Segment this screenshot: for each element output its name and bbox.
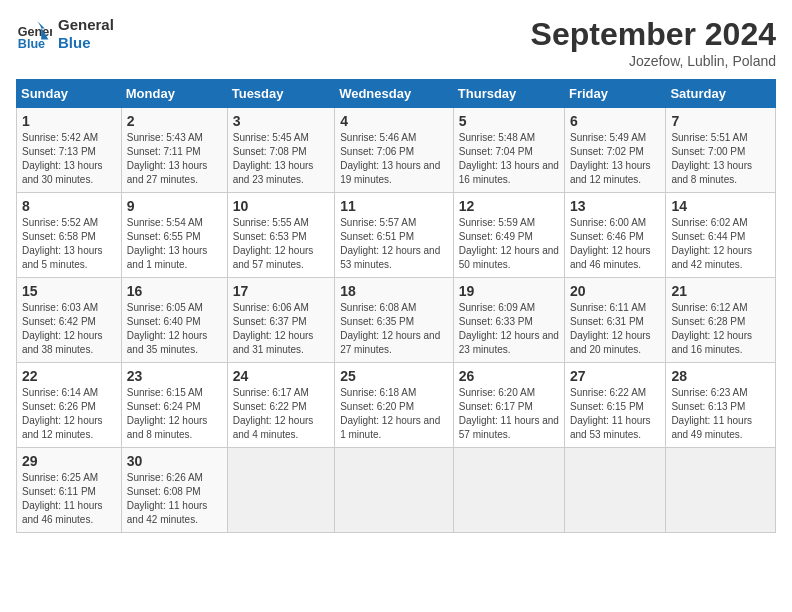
day-info: Sunrise: 5:42 AMSunset: 7:13 PMDaylight:… — [22, 131, 116, 187]
weekday-header-wednesday: Wednesday — [335, 80, 454, 108]
calendar-cell: 7Sunrise: 5:51 AMSunset: 7:00 PMDaylight… — [666, 108, 776, 193]
day-info: Sunrise: 6:14 AMSunset: 6:26 PMDaylight:… — [22, 386, 116, 442]
day-number: 16 — [127, 283, 222, 299]
day-number: 1 — [22, 113, 116, 129]
calendar-cell: 6Sunrise: 5:49 AMSunset: 7:02 PMDaylight… — [564, 108, 665, 193]
calendar-cell: 5Sunrise: 5:48 AMSunset: 7:04 PMDaylight… — [453, 108, 564, 193]
calendar-cell: 4Sunrise: 5:46 AMSunset: 7:06 PMDaylight… — [335, 108, 454, 193]
day-number: 19 — [459, 283, 559, 299]
day-info: Sunrise: 6:25 AMSunset: 6:11 PMDaylight:… — [22, 471, 116, 527]
day-number: 10 — [233, 198, 329, 214]
day-info: Sunrise: 6:06 AMSunset: 6:37 PMDaylight:… — [233, 301, 329, 357]
calendar-cell: 18Sunrise: 6:08 AMSunset: 6:35 PMDayligh… — [335, 278, 454, 363]
calendar-cell: 25Sunrise: 6:18 AMSunset: 6:20 PMDayligh… — [335, 363, 454, 448]
day-info: Sunrise: 5:57 AMSunset: 6:51 PMDaylight:… — [340, 216, 448, 272]
calendar-cell: 27Sunrise: 6:22 AMSunset: 6:15 PMDayligh… — [564, 363, 665, 448]
calendar-cell: 3Sunrise: 5:45 AMSunset: 7:08 PMDaylight… — [227, 108, 334, 193]
day-number: 17 — [233, 283, 329, 299]
day-number: 28 — [671, 368, 770, 384]
calendar-cell — [666, 448, 776, 533]
day-info: Sunrise: 6:23 AMSunset: 6:13 PMDaylight:… — [671, 386, 770, 442]
day-number: 25 — [340, 368, 448, 384]
day-info: Sunrise: 5:51 AMSunset: 7:00 PMDaylight:… — [671, 131, 770, 187]
calendar-cell: 26Sunrise: 6:20 AMSunset: 6:17 PMDayligh… — [453, 363, 564, 448]
weekday-header-monday: Monday — [121, 80, 227, 108]
day-info: Sunrise: 5:54 AMSunset: 6:55 PMDaylight:… — [127, 216, 222, 272]
day-number: 29 — [22, 453, 116, 469]
day-info: Sunrise: 5:43 AMSunset: 7:11 PMDaylight:… — [127, 131, 222, 187]
day-number: 6 — [570, 113, 660, 129]
calendar-cell: 22Sunrise: 6:14 AMSunset: 6:26 PMDayligh… — [17, 363, 122, 448]
calendar-cell: 30Sunrise: 6:26 AMSunset: 6:08 PMDayligh… — [121, 448, 227, 533]
day-info: Sunrise: 5:45 AMSunset: 7:08 PMDaylight:… — [233, 131, 329, 187]
day-number: 20 — [570, 283, 660, 299]
location: Jozefow, Lublin, Poland — [531, 53, 776, 69]
weekday-header-thursday: Thursday — [453, 80, 564, 108]
calendar-cell: 14Sunrise: 6:02 AMSunset: 6:44 PMDayligh… — [666, 193, 776, 278]
calendar-cell: 15Sunrise: 6:03 AMSunset: 6:42 PMDayligh… — [17, 278, 122, 363]
day-info: Sunrise: 5:59 AMSunset: 6:49 PMDaylight:… — [459, 216, 559, 272]
calendar-cell: 10Sunrise: 5:55 AMSunset: 6:53 PMDayligh… — [227, 193, 334, 278]
calendar-cell: 17Sunrise: 6:06 AMSunset: 6:37 PMDayligh… — [227, 278, 334, 363]
logo-blue: Blue — [58, 34, 114, 52]
calendar-cell — [335, 448, 454, 533]
weekday-header-tuesday: Tuesday — [227, 80, 334, 108]
calendar-week-2: 8Sunrise: 5:52 AMSunset: 6:58 PMDaylight… — [17, 193, 776, 278]
day-number: 2 — [127, 113, 222, 129]
day-info: Sunrise: 6:18 AMSunset: 6:20 PMDaylight:… — [340, 386, 448, 442]
calendar-cell: 8Sunrise: 5:52 AMSunset: 6:58 PMDaylight… — [17, 193, 122, 278]
calendar-week-3: 15Sunrise: 6:03 AMSunset: 6:42 PMDayligh… — [17, 278, 776, 363]
calendar-cell: 28Sunrise: 6:23 AMSunset: 6:13 PMDayligh… — [666, 363, 776, 448]
day-number: 22 — [22, 368, 116, 384]
day-info: Sunrise: 6:22 AMSunset: 6:15 PMDaylight:… — [570, 386, 660, 442]
day-info: Sunrise: 6:17 AMSunset: 6:22 PMDaylight:… — [233, 386, 329, 442]
calendar-cell: 2Sunrise: 5:43 AMSunset: 7:11 PMDaylight… — [121, 108, 227, 193]
day-number: 9 — [127, 198, 222, 214]
logo: General Blue General Blue — [16, 16, 114, 52]
day-info: Sunrise: 6:15 AMSunset: 6:24 PMDaylight:… — [127, 386, 222, 442]
day-info: Sunrise: 6:09 AMSunset: 6:33 PMDaylight:… — [459, 301, 559, 357]
calendar-cell: 9Sunrise: 5:54 AMSunset: 6:55 PMDaylight… — [121, 193, 227, 278]
calendar-cell: 24Sunrise: 6:17 AMSunset: 6:22 PMDayligh… — [227, 363, 334, 448]
day-number: 24 — [233, 368, 329, 384]
calendar-cell: 20Sunrise: 6:11 AMSunset: 6:31 PMDayligh… — [564, 278, 665, 363]
day-info: Sunrise: 6:08 AMSunset: 6:35 PMDaylight:… — [340, 301, 448, 357]
day-number: 30 — [127, 453, 222, 469]
weekday-header-saturday: Saturday — [666, 80, 776, 108]
day-number: 27 — [570, 368, 660, 384]
day-info: Sunrise: 5:48 AMSunset: 7:04 PMDaylight:… — [459, 131, 559, 187]
calendar-week-4: 22Sunrise: 6:14 AMSunset: 6:26 PMDayligh… — [17, 363, 776, 448]
logo-general: General — [58, 16, 114, 34]
calendar-cell — [227, 448, 334, 533]
weekday-header-friday: Friday — [564, 80, 665, 108]
day-info: Sunrise: 6:20 AMSunset: 6:17 PMDaylight:… — [459, 386, 559, 442]
page-header: General Blue General Blue September 2024… — [16, 16, 776, 69]
title-block: September 2024 Jozefow, Lublin, Poland — [531, 16, 776, 69]
svg-text:Blue: Blue — [18, 37, 45, 51]
day-number: 3 — [233, 113, 329, 129]
day-number: 4 — [340, 113, 448, 129]
day-info: Sunrise: 6:00 AMSunset: 6:46 PMDaylight:… — [570, 216, 660, 272]
day-info: Sunrise: 6:11 AMSunset: 6:31 PMDaylight:… — [570, 301, 660, 357]
calendar-cell: 21Sunrise: 6:12 AMSunset: 6:28 PMDayligh… — [666, 278, 776, 363]
calendar-cell: 16Sunrise: 6:05 AMSunset: 6:40 PMDayligh… — [121, 278, 227, 363]
calendar-cell: 19Sunrise: 6:09 AMSunset: 6:33 PMDayligh… — [453, 278, 564, 363]
day-number: 7 — [671, 113, 770, 129]
day-number: 8 — [22, 198, 116, 214]
day-number: 23 — [127, 368, 222, 384]
calendar-cell — [564, 448, 665, 533]
day-info: Sunrise: 6:26 AMSunset: 6:08 PMDaylight:… — [127, 471, 222, 527]
day-number: 18 — [340, 283, 448, 299]
day-number: 14 — [671, 198, 770, 214]
weekday-header-sunday: Sunday — [17, 80, 122, 108]
day-number: 5 — [459, 113, 559, 129]
day-info: Sunrise: 6:05 AMSunset: 6:40 PMDaylight:… — [127, 301, 222, 357]
day-info: Sunrise: 6:12 AMSunset: 6:28 PMDaylight:… — [671, 301, 770, 357]
calendar-cell: 23Sunrise: 6:15 AMSunset: 6:24 PMDayligh… — [121, 363, 227, 448]
day-info: Sunrise: 5:52 AMSunset: 6:58 PMDaylight:… — [22, 216, 116, 272]
day-info: Sunrise: 5:46 AMSunset: 7:06 PMDaylight:… — [340, 131, 448, 187]
calendar-cell: 1Sunrise: 5:42 AMSunset: 7:13 PMDaylight… — [17, 108, 122, 193]
calendar-cell: 12Sunrise: 5:59 AMSunset: 6:49 PMDayligh… — [453, 193, 564, 278]
weekday-header-row: SundayMondayTuesdayWednesdayThursdayFrid… — [17, 80, 776, 108]
calendar-table: SundayMondayTuesdayWednesdayThursdayFrid… — [16, 79, 776, 533]
